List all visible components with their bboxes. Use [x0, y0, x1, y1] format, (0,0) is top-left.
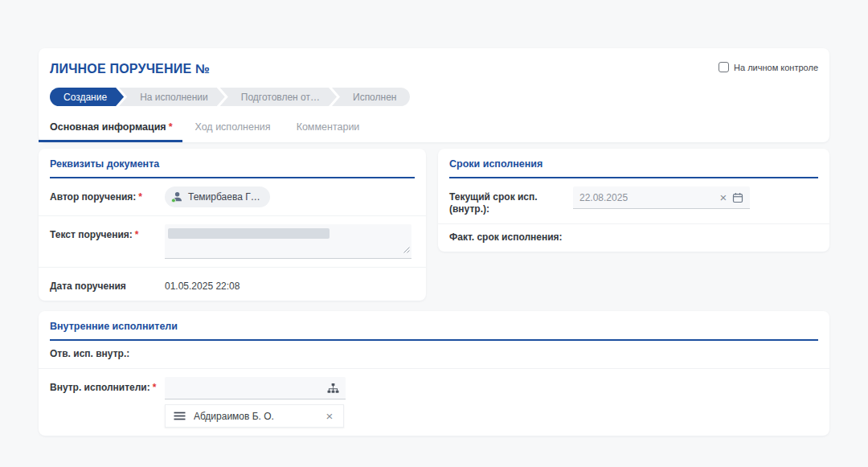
calendar-icon[interactable] — [731, 190, 745, 205]
redacted-text-block — [168, 228, 330, 239]
internal-executors-input[interactable] — [165, 383, 326, 394]
deadlines-title: Сроки исполнения — [438, 149, 829, 170]
executors-card: Внутренние исполнители Отв. исп. внутр.:… — [39, 311, 829, 436]
author-chip-name: Темирбаева Г… — [188, 191, 260, 203]
tab-comments[interactable]: Комментарии — [284, 115, 373, 142]
form-columns: Реквизиты документа Автор поручения:* — [39, 149, 829, 301]
internal-executors-row: Внутр. исполнители:* — [39, 368, 829, 436]
internal-executors-label-wrap: Внутр. исполнители:* — [50, 377, 165, 394]
internal-executors-field — [165, 377, 346, 399]
tab-required-marker: * — [169, 121, 173, 133]
current-deadline-row: Текущий срок исп. (внутр.): × — [438, 178, 829, 223]
executors-title: Внутренние исполнители — [39, 311, 829, 332]
drag-handle-icon[interactable] — [174, 412, 186, 420]
personal-control-toggle[interactable]: На личном контроле — [719, 62, 818, 72]
tab-main-info[interactable]: Основная информация* — [39, 115, 182, 142]
workflow-step-in-progress: На исполнении — [119, 88, 225, 106]
author-row: Автор поручения:* Темирбаева Г — [39, 178, 426, 215]
content-area: ЛИЧНОЕ ПОРУЧЕНИЕ № На личном контроле Со… — [0, 0, 868, 436]
personal-control-label: На личном контроле — [734, 63, 818, 72]
date-label: Дата поручения — [50, 276, 165, 293]
author-label: Автор поручения: — [50, 191, 136, 203]
requisites-title: Реквизиты документа — [39, 149, 426, 170]
current-deadline-label: Текущий срок исп. (внутр.): — [449, 186, 573, 215]
requisites-card: Реквизиты документа Автор поручения:* — [39, 149, 426, 301]
tab-execution-progress[interactable]: Ход исполнения — [182, 115, 284, 142]
text-label: Текст поручения: — [50, 229, 133, 240]
workflow-step-done: Исполнен — [332, 88, 410, 106]
current-deadline-field: × — [573, 186, 750, 209]
workflow-step-creation: Создание — [50, 88, 124, 106]
author-chip[interactable]: Темирбаева Г… — [165, 186, 270, 207]
current-deadline-input[interactable] — [573, 192, 716, 203]
executor-name: Абдираимов Б. О. — [194, 411, 314, 422]
internal-executors-required-marker: * — [153, 382, 157, 393]
responsible-executor-label: Отв. исп. внутр.: — [50, 348, 129, 360]
workflow-step-prepared: Подготовлен от… — [220, 88, 337, 106]
date-row: Дата поручения 01.05.2025 22:08 — [39, 267, 426, 301]
responsible-executor-row: Отв. исп. внутр.: — [39, 341, 829, 368]
page-title: ЛИЧНОЕ ПОРУЧЕНИЕ № — [50, 62, 210, 76]
author-label-wrap: Автор поручения:* — [50, 186, 165, 203]
clear-date-icon[interactable]: × — [716, 190, 731, 205]
text-row: Текст поручения:* — [39, 215, 426, 267]
tab-bar: Основная информация* Ход исполнения Комм… — [39, 115, 829, 142]
tab-main-info-label: Основная информация — [50, 121, 166, 133]
assignment-date-value: 01.05.2025 22:08 — [165, 276, 415, 292]
deadlines-card: Сроки исполнения Текущий срок исп. (внут… — [438, 149, 829, 252]
resize-handle-icon[interactable] — [403, 242, 410, 256]
text-label-wrap: Текст поручения:* — [50, 224, 165, 241]
assignment-text-input[interactable] — [165, 224, 411, 259]
actual-deadline-label: Факт. срок исполнения: — [449, 231, 563, 244]
remove-executor-icon[interactable]: × — [322, 409, 337, 424]
executor-list-item[interactable]: Абдираимов Б. О. × — [165, 404, 344, 428]
app-page: ЛИЧНОЕ ПОРУЧЕНИЕ № На личном контроле Со… — [0, 0, 868, 467]
workflow-steps: Создание На исполнении Подготовлен от… И… — [50, 88, 818, 106]
internal-executors-label: Внутр. исполнители: — [50, 382, 150, 393]
text-required-marker: * — [135, 229, 139, 240]
personal-control-checkbox[interactable] — [719, 62, 729, 72]
document-header-card: ЛИЧНОЕ ПОРУЧЕНИЕ № На личном контроле Со… — [39, 48, 829, 142]
author-required-marker: * — [138, 191, 142, 203]
actual-deadline-row: Факт. срок исполнения: — [438, 223, 829, 252]
person-with-status-icon — [170, 190, 183, 203]
org-tree-icon[interactable] — [326, 381, 340, 395]
